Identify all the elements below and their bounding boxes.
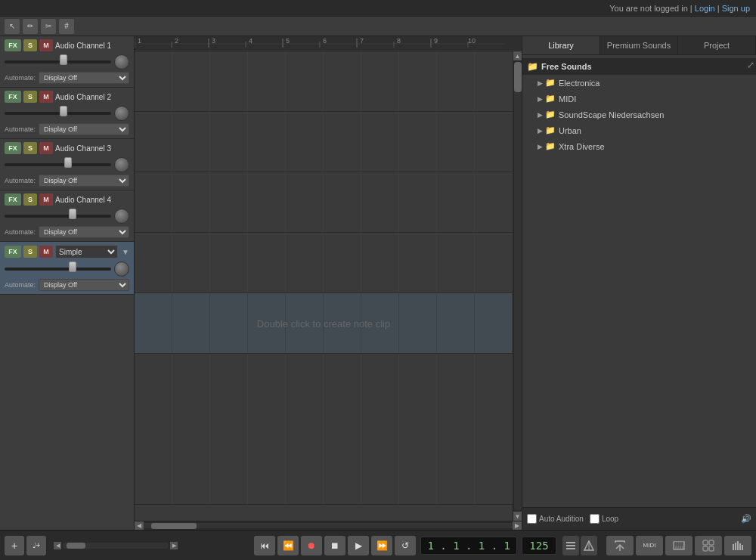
svg-rect-36 [680, 542, 681, 546]
fx-button-3[interactable]: FX [5, 142, 21, 154]
double-click-hint: Double click to create note clip [257, 317, 390, 329]
expand-urban-icon[interactable]: ▶ [538, 127, 543, 135]
pad-button[interactable] [695, 536, 722, 555]
grid-tool[interactable]: # [59, 19, 74, 34]
mute-button-3[interactable]: M [39, 142, 53, 154]
fader-1[interactable] [5, 58, 111, 66]
pointer-tool[interactable]: ↖ [5, 19, 20, 34]
right-panel-bottom: Auto Audition Loop 🔊 [522, 507, 756, 530]
play-button[interactable]: ▶ [348, 536, 369, 555]
cut-tool[interactable]: ✂ [41, 19, 56, 34]
automate-select-3[interactable]: Display Off Read [39, 175, 129, 187]
fader-3[interactable] [5, 161, 111, 169]
tracks-area[interactable]: Double click to create note clip [135, 51, 513, 521]
svg-rect-35 [677, 542, 679, 546]
scroll-track[interactable] [514, 62, 522, 510]
automate-select-1[interactable]: Display Off Read Write [39, 72, 129, 84]
fast-forward-button[interactable]: ⏩ [371, 536, 392, 555]
tab-project[interactable]: Project [678, 36, 756, 54]
fader-5[interactable] [5, 265, 111, 273]
library-item-midi[interactable]: ▶ 📁 MIDI [522, 91, 756, 107]
position-display: 1 . 1 . 1 . 1 [420, 537, 517, 555]
svg-text:6: 6 [323, 37, 327, 45]
hscroll2-right-btn[interactable]: ▶ [170, 542, 178, 549]
scroll-thumb[interactable] [514, 62, 522, 92]
mute-button-4[interactable]: M [39, 193, 53, 206]
hscroll2-left-btn[interactable]: ◀ [54, 542, 61, 549]
solo-button-4[interactable]: S [23, 193, 37, 206]
bpm-display[interactable]: 125 [522, 537, 556, 555]
svg-rect-41 [709, 546, 714, 551]
mute-button-2[interactable]: M [39, 91, 53, 103]
auto-audition-checkbox-label[interactable]: Auto Audition [527, 514, 584, 524]
export-button[interactable] [606, 536, 634, 555]
volume-knob-5[interactable] [114, 261, 129, 277]
loop-checkbox[interactable] [590, 514, 600, 524]
expand-electronica-icon[interactable]: ▶ [538, 79, 543, 87]
pencil-tool[interactable]: ✏ [23, 19, 38, 34]
expand-panel-icon[interactable]: ⤢ [747, 60, 754, 70]
midi-button[interactable]: MIDI [636, 536, 663, 555]
automate-select-4[interactable]: Display Off Read [39, 226, 129, 238]
stop-button[interactable]: ⏹ [324, 536, 345, 555]
vertical-scrollbar[interactable]: ▲ ▼ [513, 51, 522, 521]
track-lane-5[interactable]: Double click to create note clip [135, 293, 513, 354]
hscroll2-track[interactable] [63, 543, 169, 549]
rewind-start-button[interactable]: ⏮ [254, 536, 275, 555]
fader-4[interactable] [5, 212, 111, 220]
record-button[interactable]: ⏺ [301, 536, 322, 555]
signup-link[interactable]: Sign up [722, 4, 750, 13]
tab-library[interactable]: Library [522, 36, 600, 54]
expand-xtra-icon[interactable]: ▶ [538, 143, 543, 150]
volume-knob-4[interactable] [114, 209, 129, 224]
scroll-down-btn[interactable]: ▼ [513, 512, 522, 521]
horizontal-scroll-area[interactable]: ◀ ▶ [54, 542, 178, 549]
scroll-up-btn[interactable]: ▲ [513, 51, 522, 60]
loop-button[interactable]: ↺ [395, 536, 416, 555]
hscroll2-thumb[interactable] [67, 543, 85, 549]
library-item-xtra[interactable]: ▶ 📁 Xtra Diverse [522, 138, 756, 154]
volume-knob-1[interactable] [114, 54, 129, 70]
free-sounds-header[interactable]: 📁 Free Sounds ⤢ [522, 58, 756, 75]
tab-premium-sounds[interactable]: Premium Sounds [600, 36, 678, 54]
metronome-button[interactable] [581, 536, 597, 555]
auto-audition-label: Auto Audition [539, 515, 584, 523]
xtra-label: Xtra Diverse [559, 142, 605, 151]
library-item-soundscape[interactable]: ▶ 📁 SoundScape Niedersachsen [522, 107, 756, 122]
login-link[interactable]: Login [695, 4, 715, 13]
panel-volume-icon[interactable]: 🔊 [741, 514, 751, 524]
keys-button[interactable] [665, 536, 692, 555]
hscroll-left-btn[interactable]: ◀ [135, 521, 144, 530]
instrument-select-5[interactable]: Simple [55, 245, 118, 258]
fx-button-2[interactable]: FX [5, 91, 21, 103]
library-item-urban[interactable]: ▶ 📁 Urban [522, 122, 756, 138]
auto-audition-checkbox[interactable] [527, 514, 537, 524]
fx-button-1[interactable]: FX [5, 39, 21, 51]
rewind-button[interactable]: ⏪ [277, 536, 299, 555]
expand-midi-icon[interactable]: ▶ [538, 95, 543, 103]
time-sig-button[interactable] [562, 536, 579, 555]
volume-knob-2[interactable] [114, 106, 129, 121]
spectrum-button[interactable] [724, 536, 751, 555]
expand-soundscape-icon[interactable]: ▶ [538, 111, 543, 119]
loop-checkbox-label[interactable]: Loop [590, 514, 618, 524]
fader-2[interactable] [5, 110, 111, 117]
library-item-electronica[interactable]: ▶ 📁 Electronica [522, 75, 756, 91]
solo-button-5[interactable]: S [23, 246, 37, 258]
channel-strip-5: FX S M Simple ▼ Automate: Display Off [0, 242, 134, 295]
automate-select-5[interactable]: Display Off Read [39, 279, 129, 291]
automate-select-2[interactable]: Display Off Read [39, 123, 129, 135]
mute-button-1[interactable]: M [39, 39, 53, 51]
hscroll-right-btn[interactable]: ▶ [513, 521, 522, 530]
hscroll-thumb[interactable] [151, 523, 197, 529]
add-track-button[interactable]: + [5, 536, 24, 555]
mute-button-5[interactable]: M [39, 246, 53, 258]
fx-button-4[interactable]: FX [5, 193, 21, 206]
solo-button-2[interactable]: S [23, 91, 37, 103]
solo-button-3[interactable]: S [23, 142, 37, 154]
hscroll-track[interactable] [144, 523, 513, 528]
add-instrument-button[interactable]: ♩+ [26, 536, 46, 555]
solo-button-1[interactable]: S [23, 39, 37, 51]
volume-knob-3[interactable] [114, 157, 129, 172]
fx-button-5[interactable]: FX [5, 246, 21, 258]
